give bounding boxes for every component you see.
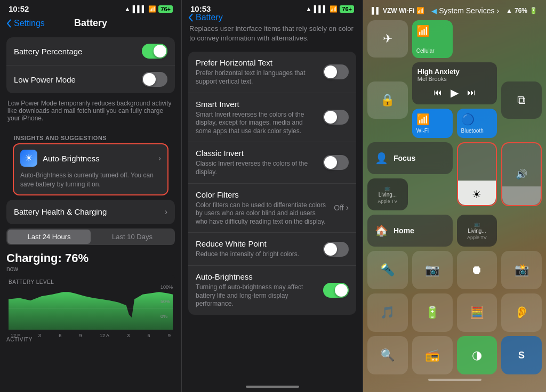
chart-battery-label: BATTERY LEVEL (9, 279, 173, 285)
status-bar-p1: 10:52 ▲ ▌▌▌ 📶 76+ (0, 0, 181, 15)
np-artist: Mel Brooks (417, 76, 492, 82)
home-tile[interactable]: 🏠 Home (367, 215, 453, 247)
now-playing-tile[interactable]: High Anxiety Mel Brooks ⏮ ▶ ⏭ (412, 62, 497, 104)
toggle-settings-group: Battery Percentage Low Power Mode (6, 37, 175, 93)
wifi-icon-p2: 📶 (330, 5, 338, 13)
cc-battery-pct: 76% (515, 7, 527, 14)
x-label-9: 9 (79, 333, 82, 338)
screen-mirror-tile[interactable]: ⧉ (501, 81, 542, 119)
location-icon-p3: ◀ (431, 7, 437, 15)
x-label-6b: 6 (148, 333, 150, 338)
nav-bar-p2: Battery (182, 15, 363, 22)
battery-chart-section: Last 24 Hours Last 10 Days Charging: 76%… (6, 228, 175, 342)
low-power-toggle[interactable] (142, 72, 167, 87)
battery-percentage-row[interactable]: Battery Percentage (6, 37, 175, 66)
back-button-p2[interactable]: Battery (188, 13, 223, 22)
np-track-info: High Anxiety Mel Brooks (417, 68, 492, 82)
volume-tile[interactable]: 🔊 (501, 142, 542, 206)
auto-brightness-icon: ☀ (20, 150, 37, 167)
lock-rotation-tile[interactable]: 🔒 (367, 81, 408, 119)
prefer-horizontal-toggle[interactable] (323, 64, 349, 79)
calculator-tile[interactable]: 🧮 (457, 293, 497, 332)
battery-percentage-toggle[interactable] (142, 44, 167, 59)
appletv-tv-label-1: 📺 (384, 185, 390, 191)
connectivity-block: 📶 Cellular High Anxiety Mel Brooks ⏮ ▶ ⏭ (412, 20, 497, 138)
np-title: High Anxiety (417, 68, 492, 76)
low-power-description: Low Power Mode temporarily reduces backg… (0, 97, 181, 127)
airplane-mode-tile[interactable]: ✈ (367, 20, 408, 58)
appletv-label-1: Living... (379, 192, 397, 198)
cc-signal-icon: ▌▌ (372, 7, 381, 14)
color-filters-row[interactable]: Color Filters Color filters can be used … (188, 184, 356, 233)
color-filters-value: Off (334, 203, 343, 212)
hearing-tile[interactable]: 👂 (501, 293, 542, 332)
prefer-horizontal-text-row[interactable]: Prefer Horizontal Text Prefer horizontal… (188, 52, 356, 93)
remote-tile[interactable]: 📻 (412, 336, 453, 374)
np-play-button[interactable]: ▶ (451, 86, 459, 99)
brightness-tile[interactable]: ☀ (457, 142, 497, 206)
cc-wifi-icon-p3: 📶 (416, 7, 424, 14)
system-services-button[interactable]: ◀ System Services › (431, 6, 499, 15)
flashlight-tile[interactable]: 🔦 (367, 251, 408, 289)
magnify-tile[interactable]: 🔍 (367, 336, 408, 374)
toggle-knob (154, 45, 166, 58)
cc-battery-info: ▲ 76% 🔋 (506, 7, 537, 14)
battery-health-row[interactable]: Battery Health & Charging › (6, 200, 175, 224)
battery-status-p1: 76+ (158, 5, 173, 13)
auto-brightness-suggestion[interactable]: ☀ Auto-Brightness › Auto-Brightness is c… (13, 143, 168, 195)
cc-main-grid: ✈ 📶 Cellular High Anxiety Mel Brooks ⏮ ▶ (367, 20, 542, 138)
screen-mirror-icon: ⧉ (517, 93, 526, 107)
audio-tile[interactable]: 🎵 (367, 293, 408, 332)
battery-health-label: Battery Health & Charging (14, 207, 107, 216)
tab-10d[interactable]: Last 10 Days (91, 230, 174, 244)
reduce-white-point-title: Reduce White Point (196, 239, 318, 248)
volume-icon: 🔊 (516, 168, 527, 180)
appletv-tile-1[interactable]: 📺 Living... Apple TV (367, 178, 408, 210)
record-icon: ⏺ (471, 263, 483, 277)
time-p1: 10:52 (9, 4, 29, 13)
auto-brightness-toggle-p2[interactable] (323, 283, 349, 298)
wifi-icon-p1: 📶 (148, 5, 156, 13)
status-icons-p2: ▲ ▌▌▌ 📶 76+ (306, 5, 354, 13)
bluetooth-tile[interactable]: 🔵 Bluetooth (457, 109, 497, 138)
smart-invert-row[interactable]: Smart Invert Smart Invert reverses the c… (188, 93, 356, 143)
np-rewind-button[interactable]: ⏮ (433, 88, 442, 97)
invert-tile[interactable]: ◑ (457, 336, 497, 374)
cellular-tile[interactable]: 📶 Cellular (412, 20, 453, 58)
appletv-sub-2: Apple TV (467, 235, 487, 240)
tab-24h[interactable]: Last 24 Hours (7, 230, 91, 244)
y-label-0: 0% (160, 314, 173, 319)
charging-sub: now (6, 265, 175, 273)
camera-tile[interactable]: 📷 (412, 251, 453, 289)
panel-battery-settings: 10:52 ▲ ▌▌▌ 📶 76+ Settings Battery Batte… (0, 0, 181, 392)
auto-brightness-row-p2[interactable]: Auto-Brightness Turning off auto-brightn… (188, 266, 356, 315)
system-services-chevron: › (496, 6, 499, 15)
smart-invert-toggle[interactable] (323, 110, 349, 125)
reduce-white-point-toggle[interactable] (323, 242, 349, 257)
shazam-tile[interactable]: S (501, 336, 542, 374)
classic-invert-desc: Classic Invert reverses the colors of th… (196, 160, 318, 176)
low-power-row[interactable]: Low Power Mode (6, 66, 175, 93)
x-label-9b: 9 (168, 333, 171, 338)
p1-settings-content: Battery Percentage Low Power Mode Low Po… (0, 33, 181, 347)
photos-tile[interactable]: 📸 (501, 251, 542, 289)
x-label-3b: 3 (127, 333, 130, 338)
wifi-tile[interactable]: 📶 Wi-Fi (412, 109, 453, 138)
reduce-white-point-row[interactable]: Reduce White Point Reduce the intensity … (188, 233, 356, 266)
focus-tile[interactable]: 👤 Focus (367, 142, 453, 174)
classic-invert-row[interactable]: Classic Invert Classic Invert reverses t… (188, 142, 356, 183)
home-indicator-p2 (182, 381, 363, 392)
back-button-p1[interactable]: Settings (6, 19, 45, 28)
classic-invert-title: Classic Invert (196, 149, 318, 158)
color-filters-desc: Color filters can be used to differentia… (196, 201, 328, 226)
battery-percentage-label: Battery Percentage (14, 47, 82, 56)
cc-battery-icon-p3: 🔋 (529, 7, 537, 14)
battery-sm-tile[interactable]: 🔋 (412, 293, 453, 332)
lock-rotation-icon: 🔒 (380, 93, 395, 107)
record-tile[interactable]: ⏺ (457, 251, 497, 289)
np-forward-button[interactable]: ⏭ (467, 88, 476, 97)
battery-sm-icon: 🔋 (425, 306, 439, 320)
page-title-p1: Battery (74, 18, 107, 29)
classic-invert-toggle[interactable] (323, 155, 349, 170)
appletv-tile-2[interactable]: 📺 Living... Apple TV (457, 215, 497, 247)
